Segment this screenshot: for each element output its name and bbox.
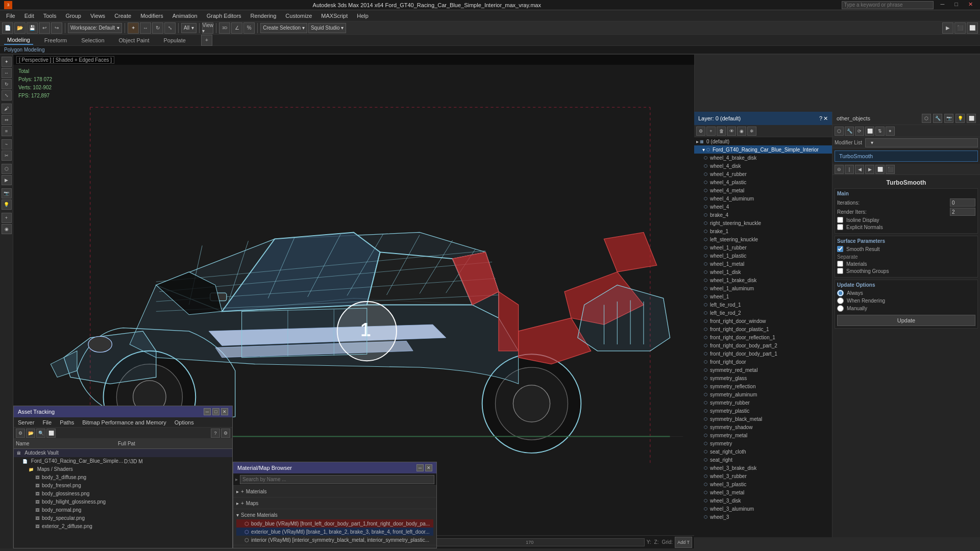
expand-btn[interactable]: + — [201, 35, 212, 46]
smooth-result-checkbox[interactable] — [837, 246, 843, 252]
layer-item[interactable]: ⬡symmetry_plastic — [694, 407, 832, 415]
layer-add-btn[interactable]: + — [706, 127, 716, 136]
layers-list[interactable]: ▦ 0 (default) ⬡ Ford_GT40_Racing_Car_Blu… — [694, 137, 832, 537]
mod-nav-5[interactable]: ⬜ — [875, 165, 885, 174]
save-btn[interactable]: 💾 — [27, 22, 38, 34]
always-radio[interactable] — [837, 290, 844, 296]
materials-checkbox[interactable] — [837, 261, 843, 267]
menu-item-create[interactable]: Create — [110, 12, 135, 20]
mat-item-interior[interactable]: ⬡ interior (VRayMtl) [interior_symmetry_… — [236, 536, 433, 544]
layer-item[interactable]: ⬡symmetry — [694, 439, 832, 447]
menu-item-customize[interactable]: Customize — [281, 12, 316, 20]
layer-item[interactable]: ⬡front_right_door_reflection_1 — [694, 333, 832, 341]
close-button[interactable]: ✕ — [965, 1, 976, 9]
layer-item[interactable]: ⬡wheel_4_plastic — [694, 178, 832, 186]
tab-selection[interactable]: Selection — [78, 36, 107, 44]
lt-render[interactable]: ▶ — [2, 175, 12, 185]
tab-freeform[interactable]: Freeform — [41, 36, 70, 44]
mod-nav-6[interactable]: ⬛ — [886, 165, 895, 174]
mat-minimize[interactable]: ─ — [416, 464, 424, 471]
layer-item[interactable]: ⬡wheel_3_brake_disk — [694, 464, 832, 472]
lt-mirror[interactable]: ⇔ — [2, 115, 12, 125]
at-btn3[interactable]: 🔍 — [36, 429, 45, 438]
mod-tb-5[interactable]: ⇅ — [875, 127, 885, 136]
tab-populate[interactable]: Populate — [160, 36, 188, 44]
iterations-input[interactable] — [950, 198, 975, 207]
layer-render-btn[interactable]: ◉ — [737, 127, 746, 136]
mat-item-exterior-blue[interactable]: ⬡ exterior_blue (VRayMtl) [brake_1, brak… — [236, 528, 433, 536]
mod-tb-3[interactable]: ⟳ — [855, 127, 864, 136]
asset-file-item[interactable]: 🖼body_normal.png — [14, 506, 232, 514]
asset-file[interactable]: File — [40, 419, 54, 426]
layer-item[interactable]: ⬡wheel_1_brake_disk — [694, 276, 832, 284]
create-selection-dropdown[interactable]: Create Selection ▾ — [260, 23, 307, 33]
select-tool[interactable]: ✦ — [128, 22, 139, 34]
squid-studio-dropdown[interactable]: Squid Studio ▾ — [308, 23, 347, 33]
layer-item[interactable]: ⬡wheel_1 — [694, 292, 832, 300]
layer-item[interactable]: ⬡left_steering_knuckle — [694, 235, 832, 243]
menu-item-edit[interactable]: Edit — [20, 12, 38, 20]
layer-item[interactable]: ⬡wheel_3 — [694, 513, 832, 521]
layer-item[interactable]: ⬡wheel_1_aluminum — [694, 284, 832, 292]
lt-light[interactable]: 💡 — [2, 199, 12, 210]
snap-3d[interactable]: 3D — [219, 22, 230, 34]
asset-file-item[interactable]: 🖼body_hilight_glossiness.png — [14, 498, 232, 506]
menu-item-tools[interactable]: Tools — [39, 12, 61, 20]
snap-percent[interactable]: % — [243, 22, 255, 34]
menu-item-rendering[interactable]: Rendering — [247, 12, 281, 20]
asset-maps-folder[interactable]: 📁 Maps / Shaders — [14, 465, 232, 473]
menu-item-modifiers[interactable]: Modifiers — [136, 12, 167, 20]
lt-curve[interactable]: ~ — [2, 139, 12, 149]
asset-main-file[interactable]: 📄 Ford_GT40_Racing_Car_Blue_Simple_Inter… — [14, 457, 232, 465]
layer-item[interactable]: ⬡wheel_1_rubber — [694, 243, 832, 252]
asset-file-item[interactable]: 🖼exterior_2_diffuse.png — [14, 522, 232, 531]
lt-align[interactable]: ≡ — [2, 126, 12, 136]
render-active[interactable]: ⬜ — [967, 22, 978, 34]
lt-space[interactable]: ◉ — [2, 224, 12, 234]
menu-item-views[interactable]: Views — [86, 12, 109, 20]
update-button[interactable]: Update — [837, 315, 975, 326]
snap-angle[interactable]: ∠ — [231, 22, 242, 34]
layer-item[interactable]: ⬡front_right_door_window — [694, 317, 832, 325]
material-search-input[interactable] — [240, 475, 434, 484]
maps-section-header[interactable]: ▸ + Maps — [236, 498, 433, 508]
move-tool[interactable]: ↔ — [140, 22, 151, 34]
layer-item[interactable]: ⬡wheel_4_disk — [694, 162, 832, 170]
asset-file-item[interactable]: 🖼body_3_diffuse.png — [14, 473, 232, 482]
layer-item[interactable]: ⬡wheel_3_metal — [694, 488, 832, 496]
layer-main-object[interactable]: ⬡ Ford_GT40_Racing_Car_Blue_Simple_Inter… — [694, 145, 832, 154]
layer-item[interactable]: ⬡symmetry_aluminum — [694, 390, 832, 398]
render-iters-input[interactable] — [950, 208, 975, 216]
layer-view-btn[interactable]: 👁 — [727, 127, 736, 136]
lt-material[interactable]: ⬡ — [2, 164, 12, 174]
mod-tb-2[interactable]: 🔧 — [845, 127, 854, 136]
at-settings[interactable]: ⚙ — [221, 429, 230, 438]
layer-item[interactable]: ⬡brake_1 — [694, 227, 832, 235]
layer-freeze-btn[interactable]: ❄ — [747, 127, 756, 136]
render-setup[interactable]: ▶ — [942, 22, 953, 34]
lt-rotate[interactable]: ↻ — [2, 79, 12, 89]
modifier-list-dropdown[interactable]: ▾ — [865, 138, 978, 147]
mod-nav-2[interactable]: | — [845, 165, 854, 174]
menu-item-animation[interactable]: Animation — [168, 12, 202, 20]
scale-tool[interactable]: ⤡ — [164, 22, 176, 34]
menu-item-group[interactable]: Group — [61, 12, 85, 20]
mod-icon-4[interactable]: 💡 — [955, 114, 965, 123]
turbosmooth-modifier[interactable]: TurboSmooth — [835, 151, 978, 162]
mod-icon-5[interactable]: ⬜ — [967, 114, 976, 123]
materials-section-header[interactable]: ▸ + Materials — [236, 487, 433, 496]
minimize-button[interactable]: ─ — [938, 1, 948, 9]
layer-item[interactable]: ⬡seat_right_cloth — [694, 447, 832, 456]
layer-item[interactable]: ⬡wheel_1_plastic — [694, 252, 832, 260]
layer-item[interactable]: ⬡wheel_4_rubber — [694, 170, 832, 178]
layer-item[interactable]: ⬡front_right_door_plastic_1 — [694, 325, 832, 333]
layers-close[interactable]: ✕ — [823, 115, 828, 122]
at-btn1[interactable]: ⚙ — [16, 429, 25, 438]
lt-helper[interactable]: + — [2, 213, 12, 223]
search-input[interactable] — [842, 1, 934, 9]
layer-item[interactable]: ⬡front_right_door_body_part_2 — [694, 341, 832, 349]
layer-delete-btn[interactable]: 🗑 — [717, 127, 726, 136]
asset-file-item[interactable]: 🖼body_fresnel.png — [14, 482, 232, 490]
mat-item-body-blue[interactable]: ⬡ body_blue (VRayMtl) [front_left_door_b… — [236, 519, 433, 528]
tab-modeling[interactable]: Modeling — [4, 36, 33, 45]
